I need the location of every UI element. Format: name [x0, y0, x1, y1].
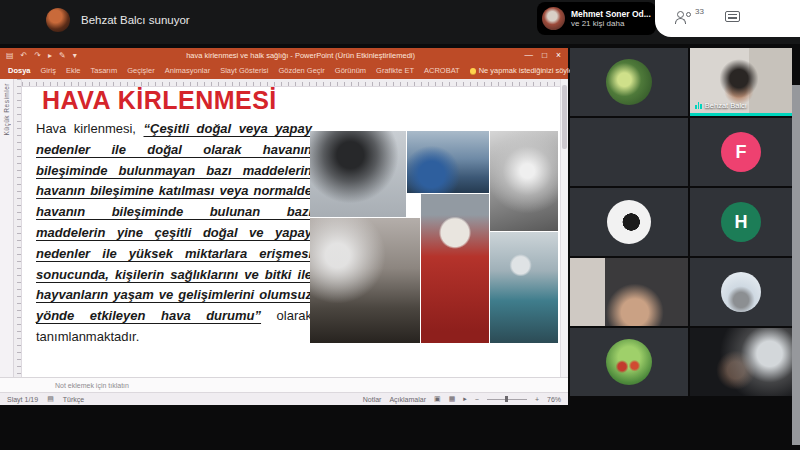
avatar — [606, 59, 652, 105]
participant-tile-avatar-sky[interactable] — [690, 258, 792, 326]
status-right-group: Notlar Açıklamalar ▣ ▦ ▸ − + 76% — [363, 395, 561, 403]
initial-letter: H — [735, 212, 748, 233]
tab-gorunum[interactable]: Görünüm — [335, 66, 366, 75]
photo-cyclist-mask[interactable] — [490, 232, 558, 343]
pinned-name: Mehmet Soner Od... — [571, 9, 651, 19]
participant-tile-avatar-bw[interactable] — [570, 188, 688, 256]
avatar-initial-f: F — [721, 132, 761, 172]
zoom-in-button[interactable]: + — [535, 396, 539, 403]
vertical-ruler — [14, 79, 22, 377]
lightbulb-icon — [470, 68, 476, 74]
tab-ekle[interactable]: Ekle — [66, 66, 81, 75]
thumbnails-collapsed-panel[interactable]: Küçük Resimler — [0, 79, 14, 377]
tab-giris[interactable]: Giriş — [41, 66, 56, 75]
presenter-avatar — [46, 8, 70, 32]
participant-tile-behzat-balci[interactable]: Behzat Balcı — [690, 48, 792, 116]
quick-access-toolbar: ▤ ↶ ↷ ▸ ✎ ▾ — [0, 51, 77, 60]
participant-tile-video-man[interactable] — [570, 258, 688, 326]
powerpoint-window: ▤ ↶ ↷ ▸ ✎ ▾ hava kirlenmesi ve halk sağl… — [0, 48, 568, 405]
undo-icon[interactable]: ↶ — [21, 51, 28, 60]
tab-dosya[interactable]: Dosya — [8, 66, 31, 75]
photo-person-red-jacket-mask[interactable] — [421, 194, 489, 343]
notes-toggle-button[interactable]: Notlar — [363, 396, 382, 403]
avatar — [607, 200, 651, 244]
tab-animasyonlar[interactable]: Animasyonlar — [165, 66, 210, 75]
meet-actions-panel: 33 Siz — [655, 0, 800, 37]
photo-factory-chimneys[interactable] — [310, 218, 420, 343]
chat-icon[interactable] — [725, 11, 740, 22]
slide-body-textbox[interactable]: Hava kirlenmesi, “Çeşitli doğal veya yap… — [36, 119, 312, 348]
save-icon[interactable]: ▤ — [6, 51, 14, 60]
participant-tile-f[interactable]: F — [690, 118, 792, 186]
slide-title-textbox[interactable]: HAVA KİRLENMESİ — [42, 86, 277, 115]
slideshow-view-icon[interactable]: ▸ — [463, 395, 467, 403]
scrollbar-thumb[interactable] — [562, 85, 567, 149]
thumbnails-panel-label: Küçük Resimler — [3, 83, 10, 136]
slideshow-icon[interactable]: ▸ — [48, 51, 52, 60]
meeting-screen: Behzat Balcı sunuyor Mehmet Soner Od... … — [0, 0, 800, 450]
maximize-button[interactable]: □ — [542, 50, 547, 60]
notes-placeholder: Not eklemek için tıklatın — [55, 382, 129, 389]
close-button[interactable]: × — [556, 50, 561, 60]
audio-activity-icon — [695, 102, 702, 109]
participant-tile-avatar-group[interactable] — [570, 328, 688, 396]
tab-acrobat[interactable]: ACROBAT — [424, 66, 460, 75]
photo-smokestack[interactable] — [310, 131, 406, 217]
tab-gozden-gecir[interactable]: Gözden Geçir — [279, 66, 325, 75]
participants-icon[interactable] — [675, 11, 693, 24]
tab-grafikte-et[interactable]: Grafikte ET — [376, 66, 414, 75]
avatar — [721, 272, 761, 312]
normal-view-icon[interactable]: ▣ — [434, 395, 441, 403]
participant-tile-video-woman[interactable] — [570, 118, 688, 186]
presenter-banner-label: Behzat Balcı sunuyor — [81, 14, 190, 26]
meet-top-bar: Behzat Balcı sunuyor Mehmet Soner Od... … — [0, 0, 800, 44]
pollution-photo-collage — [310, 131, 558, 343]
minimize-button[interactable]: — — [524, 50, 533, 60]
zoom-slider[interactable] — [487, 399, 527, 400]
redo-icon[interactable]: ↷ — [34, 51, 41, 60]
language-button[interactable]: Türkçe — [63, 396, 84, 403]
pinned-participant-chip[interactable]: Mehmet Soner Od... ve 21 kişi daha — [537, 2, 656, 35]
avatar-initial-h: H — [721, 202, 761, 242]
editing-area: Küçük Resimler HAVA KİRLENMESİ Hava kirl… — [0, 79, 568, 377]
pen-icon[interactable]: ✎ — [59, 51, 66, 60]
powerpoint-status-bar: Slayt 1/19 ▤ Türkçe Notlar Açıklamalar ▣… — [0, 392, 568, 405]
initial-letter: F — [736, 142, 747, 163]
spellcheck-icon[interactable]: ▤ — [47, 395, 54, 403]
avatar — [606, 339, 652, 385]
notes-pane[interactable]: Not eklemek için tıklatın — [0, 377, 568, 392]
window-controls: — □ × — [524, 50, 568, 60]
participant-name-tag: Behzat Balcı — [695, 101, 747, 110]
body-quote: “Çeşitli doğal veya yapay nedenler ile d… — [36, 121, 312, 323]
tab-slayt-gosterisi[interactable]: Slayt Gösterisi — [220, 66, 268, 75]
powerpoint-title-bar: ▤ ↶ ↷ ▸ ✎ ▾ hava kirlenmesi ve halk sağl… — [0, 48, 568, 62]
presenter-banner: Behzat Balcı sunuyor — [46, 8, 190, 32]
ribbon-tab-bar: Dosya Giriş Ekle Tasarım Geçişler Animas… — [0, 62, 568, 79]
participant-tile-avatar-green[interactable] — [570, 48, 688, 116]
zoom-out-button[interactable]: − — [475, 396, 479, 403]
comments-toggle-button[interactable]: Açıklamalar — [389, 396, 426, 403]
participant-tile-h[interactable]: H — [690, 188, 792, 256]
photo-ash-cloud[interactable] — [490, 131, 558, 231]
slide-indicator: Slayt 1/19 — [7, 396, 38, 403]
participants-count-badge: 33 — [695, 7, 704, 16]
participant-name: Behzat Balcı — [705, 101, 747, 110]
tab-tasarim[interactable]: Tasarım — [91, 66, 118, 75]
participants-sidebar: Behzat Balcı F H — [570, 48, 792, 398]
tab-gecisler[interactable]: Geçişler — [127, 66, 155, 75]
body-prefix: Hava kirlenmesi, — [36, 121, 144, 136]
photo-traffic[interactable] — [407, 131, 489, 193]
participant-tile-video-dim-room[interactable] — [690, 328, 792, 396]
zoom-slider-knob[interactable] — [505, 396, 508, 402]
zoom-level[interactable]: 76% — [547, 396, 561, 403]
slide-sorter-view-icon[interactable]: ▦ — [449, 395, 456, 403]
sidebar-scrollbar[interactable] — [792, 85, 800, 445]
pinned-others-count: ve 21 kişi daha — [571, 19, 651, 28]
slide-scrollbar[interactable] — [560, 79, 568, 377]
window-title: hava kirlenmesi ve halk sağlığı - PowerP… — [77, 51, 525, 60]
pinned-avatar — [542, 7, 565, 30]
slide-canvas[interactable]: HAVA KİRLENMESİ Hava kirlenmesi, “Çeşitl… — [22, 79, 560, 377]
